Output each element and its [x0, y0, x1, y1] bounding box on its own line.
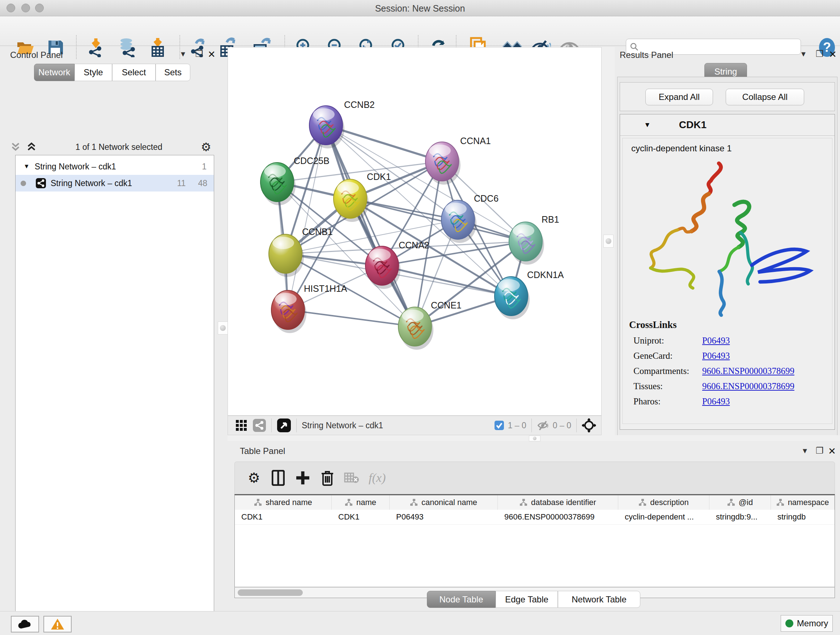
warning-status-button[interactable]: [43, 616, 72, 632]
network-node-count: 11: [177, 179, 186, 188]
column-header-label: @id: [739, 498, 753, 507]
tab-network[interactable]: Network: [34, 64, 74, 81]
table-cell[interactable]: stringdb: [771, 510, 835, 524]
crosslink-link[interactable]: P06493: [702, 351, 729, 361]
title-bar: Session: New Session: [0, 0, 840, 16]
column-header-database-identifier[interactable]: database identifier: [498, 495, 618, 510]
table-row[interactable]: CDK1CDK1P064939606.ENSP00000378699cyclin…: [235, 510, 835, 524]
table-cell[interactable]: CDK1: [332, 510, 390, 524]
fit-selection-crosshair-icon[interactable]: [582, 418, 596, 432]
tab-select[interactable]: Select: [112, 64, 156, 81]
column-header-namespace[interactable]: namespace: [771, 495, 835, 510]
open-in-new-icon[interactable]: [277, 418, 291, 432]
birdseye-grid-icon[interactable]: [235, 419, 248, 432]
crosslink-label: Pharos:: [633, 396, 702, 407]
vertical-splitter-handle[interactable]: [218, 321, 228, 334]
table-cell[interactable]: P06493: [390, 510, 498, 524]
node-label-RB1: RB1: [542, 214, 559, 225]
delete-column-trash-icon[interactable]: [321, 470, 334, 486]
tab-network-table[interactable]: Network Table: [558, 591, 640, 608]
control-panel-close-icon[interactable]: ✕: [208, 49, 216, 60]
crosslink-label: Tissues:: [633, 381, 702, 391]
column-header-label: description: [650, 498, 688, 507]
column-header-label: namespace: [788, 498, 829, 507]
node-label-CCNA2: CCNA2: [399, 240, 429, 250]
node-HIST1H1A[interactable]: HIST1H1A: [271, 283, 347, 333]
table-cell[interactable]: cyclin-dependent ...: [618, 510, 709, 524]
expand-all-button[interactable]: Expand All: [645, 89, 713, 105]
selected-checkbox-icon[interactable]: [494, 420, 504, 431]
node-CDKN1A[interactable]: CDKN1A: [494, 270, 564, 319]
network-options-gear-icon[interactable]: ⚙: [201, 140, 211, 154]
hidden-node-edge-counts: 0 – 0: [553, 421, 571, 431]
edge-CCNB2-HIST1H1A[interactable]: [288, 125, 326, 310]
network-canvas[interactable]: CCNB2CCNA1CDC25BCDK1CDC6RB1CCNB1CCNA2CDK…: [227, 47, 602, 416]
node-CCNB2[interactable]: CCNB2: [309, 100, 375, 149]
tab-edge-table[interactable]: Edge Table: [496, 591, 558, 608]
column-header-name[interactable]: name: [332, 495, 390, 510]
table-cell[interactable]: stringdb:9...: [709, 510, 771, 524]
cloud-status-button[interactable]: [11, 616, 39, 632]
node-section-header[interactable]: ▼ CDK1: [620, 114, 835, 136]
table-panel-close-icon[interactable]: ✕: [828, 446, 836, 457]
node-description: cyclin-dependent kinase 1: [631, 143, 832, 154]
edge-CCNB2-CCNE1[interactable]: [326, 125, 415, 326]
table-panel-collapse-icon[interactable]: ▼: [801, 447, 808, 455]
section-expand-icon[interactable]: ▼: [644, 121, 651, 129]
results-panel-float-icon[interactable]: ❐: [816, 49, 824, 59]
network-graph[interactable]: CCNB2CCNA1CDC25BCDK1CDC6RB1CCNB1CCNA2CDK…: [228, 48, 601, 415]
results-panel-title: Results Panel: [620, 50, 673, 60]
edge-HIST1H1A-CCNE1[interactable]: [288, 310, 415, 326]
crosslink-link[interactable]: P06493: [702, 336, 729, 346]
network-row-selected[interactable]: String Network – cdk1 11 48: [16, 175, 214, 192]
column-header-label: database identifier: [531, 498, 596, 507]
expand-all-icon[interactable]: [26, 142, 37, 152]
create-column-plus-icon[interactable]: [295, 470, 310, 485]
table-cell[interactable]: CDK1: [235, 510, 332, 524]
control-panel-collapse-icon[interactable]: ▼: [180, 50, 187, 58]
tab-style[interactable]: Style: [74, 64, 112, 81]
node-label-CDK1: CDK1: [367, 172, 391, 182]
node-table[interactable]: shared namenamecanonical namedatabase id…: [234, 494, 835, 587]
memory-button[interactable]: Memory: [781, 615, 833, 632]
main-toolbar: ?: [0, 16, 840, 46]
protein-structure-image: [626, 157, 829, 319]
node-CDC25B[interactable]: CDC25B: [261, 156, 330, 205]
tab-node-table[interactable]: Node Table: [427, 591, 496, 608]
results-panel: Results Panel ▼ ❐ ✕ String Expand All Co…: [615, 47, 840, 440]
results-panel-close-icon[interactable]: ✕: [829, 49, 837, 60]
crosslink-row: Tissues:9606.ENSP00000378699: [633, 381, 832, 391]
table-toolbar: ⚙ f(x): [234, 462, 835, 494]
network-collection-row[interactable]: ▼ String Network – cdk1 1: [16, 158, 214, 175]
network-selection-summary: 1 of 1 Network selected: [37, 142, 201, 152]
network-type-share-icon[interactable]: [253, 418, 266, 432]
table-options-gear-icon[interactable]: ⚙: [248, 470, 260, 486]
collapse-all-button[interactable]: Collapse All: [726, 89, 804, 105]
collection-expand-icon[interactable]: ▼: [24, 163, 30, 170]
node-label-CDKN1A: CDKN1A: [527, 270, 564, 280]
scrollbar-thumb[interactable]: [238, 589, 303, 596]
control-panel-float-icon[interactable]: ❐: [195, 49, 203, 59]
vertical-splitter-handle[interactable]: [603, 234, 614, 248]
column-header--id[interactable]: @id: [709, 495, 771, 510]
horizontal-splitter-handle[interactable]: [529, 435, 540, 441]
table-panel-float-icon[interactable]: ❐: [816, 446, 824, 456]
hidden-eye-icon[interactable]: [537, 420, 550, 431]
column-header-label: name: [356, 498, 376, 507]
node-RB1[interactable]: RB1: [509, 214, 559, 264]
node-CCNE1[interactable]: CCNE1: [398, 300, 462, 350]
table-cell[interactable]: 9606.ENSP00000378699: [498, 510, 618, 524]
collapse-all-icon[interactable]: [10, 142, 21, 152]
crosslink-link[interactable]: P06493: [702, 396, 729, 407]
edge-CCNA2-CDKN1A[interactable]: [382, 266, 511, 296]
crosslink-link[interactable]: 9606.ENSP00000378699: [702, 381, 794, 391]
show-columns-icon[interactable]: [272, 470, 285, 486]
current-network-name: String Network – cdk1: [302, 421, 383, 431]
column-header-shared-name[interactable]: shared name: [235, 495, 332, 510]
tab-sets[interactable]: Sets: [156, 64, 190, 81]
results-panel-collapse-icon[interactable]: ▼: [800, 50, 807, 58]
node-CDC6[interactable]: CDC6: [441, 193, 499, 243]
column-header-canonical-name[interactable]: canonical name: [390, 495, 498, 510]
crosslink-link[interactable]: 9606.ENSP00000378699: [702, 366, 794, 376]
column-header-description[interactable]: description: [618, 495, 709, 510]
